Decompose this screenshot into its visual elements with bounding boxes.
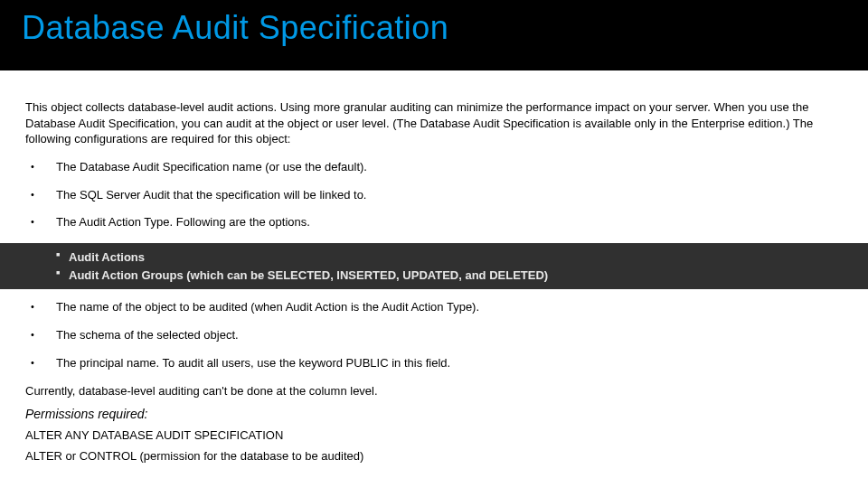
content-area: This object collects database-level audi… xyxy=(0,70,868,463)
title-header: Database Audit Specification xyxy=(0,0,868,70)
config-list-top: The Database Audit Specification name (o… xyxy=(25,160,843,231)
intro-paragraph: This object collects database-level audi… xyxy=(25,99,843,147)
permissions-heading: Permissions required: xyxy=(25,407,843,421)
page-title: Database Audit Specification xyxy=(22,9,846,47)
note-text: Currently, database-level auditing can't… xyxy=(25,384,843,398)
sub-options-band: Audit Actions Audit Action Groups (which… xyxy=(0,243,868,289)
sub-list-item: Audit Action Groups (which can be SELECT… xyxy=(56,267,843,285)
list-item: The principal name. To audit all users, … xyxy=(31,356,843,371)
list-item: The SQL Server Audit that the specificat… xyxy=(31,188,843,203)
permission-line: ALTER ANY DATABASE AUDIT SPECIFICATION xyxy=(25,428,843,442)
config-list-bottom: The name of the object to be audited (wh… xyxy=(25,300,843,371)
list-item: The schema of the selected object. xyxy=(31,328,843,343)
list-item: The Database Audit Specification name (o… xyxy=(31,160,843,175)
list-item: The Audit Action Type. Following are the… xyxy=(31,215,843,230)
sub-options-list: Audit Actions Audit Action Groups (which… xyxy=(56,249,843,284)
sub-list-item: Audit Actions xyxy=(56,249,843,267)
permission-line: ALTER or CONTROL (permission for the dat… xyxy=(25,449,843,463)
list-item: The name of the object to be audited (wh… xyxy=(31,300,843,315)
